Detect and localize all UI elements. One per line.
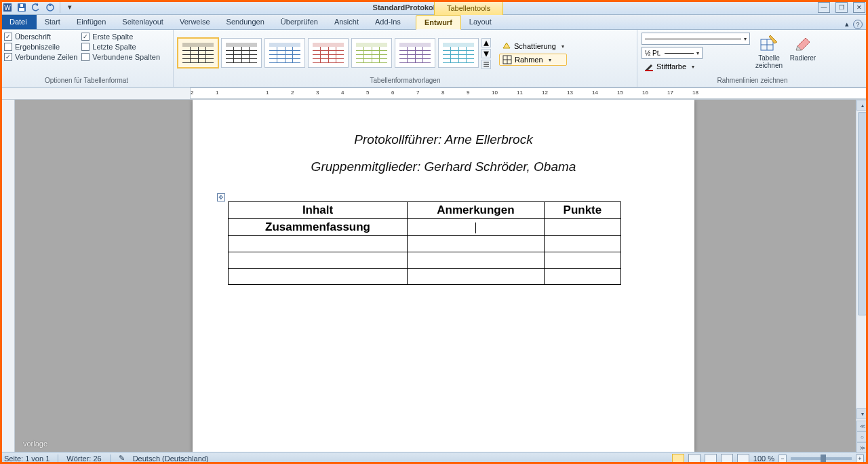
tab-sendungen[interactable]: Sendungen (218, 14, 273, 29)
zoom-level[interactable]: 100 % (753, 455, 774, 463)
shading-button[interactable]: Schattierung▾ (499, 41, 567, 52)
close-button[interactable]: ✕ (853, 2, 865, 13)
table-style-thumb[interactable] (438, 38, 479, 68)
zoom-thumb[interactable] (821, 455, 826, 463)
tab-file[interactable]: Datei (0, 14, 37, 29)
view-fullscreen-icon[interactable] (688, 454, 701, 463)
table-style-thumb[interactable] (308, 38, 349, 68)
table-cell[interactable] (544, 236, 620, 252)
status-language[interactable]: Deutsch (Deutschland) (133, 455, 209, 463)
group-label-options: Optionen für Tabellenformat (0, 77, 173, 87)
status-page[interactable]: Seite: 1 von 1 (4, 455, 50, 463)
table-row: Zusammenfassung (229, 219, 621, 236)
line-style-dropdown[interactable]: ▾ (642, 33, 750, 45)
next-page-icon[interactable]: ≫ (856, 442, 868, 453)
status-bar: Seite: 1 von 1 Wörter: 26 ✎ Deutsch (Deu… (0, 452, 868, 464)
view-draft-icon[interactable] (737, 454, 749, 463)
table-cell[interactable] (408, 269, 545, 285)
tab-seitenlayout[interactable]: Seitenlayout (114, 14, 172, 29)
table-cell[interactable]: Zusammenfassung (229, 219, 408, 236)
check-letzte-spalte[interactable]: Letzte Spalte (81, 43, 160, 51)
gallery-more-icon[interactable]: ≡ (481, 60, 491, 69)
table-header[interactable]: Punkte (544, 202, 620, 219)
document-table[interactable]: Inhalt Anmerkungen Punkte Zusammenfassun… (228, 201, 621, 285)
minimize-button[interactable]: — (818, 2, 830, 13)
view-print-layout-icon[interactable] (672, 454, 684, 463)
scroll-up-icon[interactable]: ▴ (856, 100, 868, 111)
ribbon: ✓Überschrift Ergebniszeile ✓Verbundene Z… (0, 30, 868, 88)
watermark-text: vorlage (23, 440, 47, 448)
save-icon[interactable] (16, 1, 28, 14)
scroll-thumb[interactable] (858, 112, 867, 315)
word-app-icon[interactable]: W (1, 1, 14, 14)
pen-color-button[interactable]: Stiftfarbe▾ (642, 61, 750, 72)
text-cursor-icon (475, 223, 476, 233)
redo-icon[interactable] (44, 1, 56, 14)
check-erste-spalte[interactable]: ✓Erste Spalte (81, 33, 160, 41)
tab-addins[interactable]: Add-Ins (367, 14, 409, 29)
zoom-out-icon[interactable]: − (778, 455, 787, 463)
table-style-thumb[interactable] (178, 38, 218, 68)
table-cell[interactable] (229, 269, 408, 285)
check-verbundene-spalten[interactable]: Verbundene Spalten (81, 53, 160, 61)
table-cell[interactable] (229, 236, 408, 252)
ribbon-tabstrip: Datei Start Einfügen Seitenlayout Verwei… (0, 15, 868, 30)
help-icon[interactable]: ? (853, 20, 863, 29)
draw-table-button[interactable]: Tabelle zeichnen (754, 33, 784, 69)
undo-icon[interactable] (30, 1, 42, 14)
tab-entwurf[interactable]: Entwurf (416, 15, 461, 30)
svg-text:W: W (4, 4, 11, 12)
table-cell[interactable] (544, 269, 620, 285)
ruler-vertical[interactable] (0, 100, 15, 452)
qat-customize-icon[interactable]: ▾ (64, 1, 76, 14)
doc-line-2[interactable]: Gruppenmitglieder: Gerhard Schröder, Oba… (233, 159, 654, 174)
table-style-thumb[interactable] (264, 38, 305, 68)
svg-rect-3 (19, 8, 24, 11)
status-proofing-icon[interactable]: ✎ (119, 454, 125, 463)
browse-object-icon[interactable]: ○ (856, 431, 868, 442)
ribbon-minimize-icon[interactable]: ▴ (845, 20, 849, 29)
tab-layout[interactable]: Layout (461, 14, 500, 29)
scroll-down-icon[interactable]: ▾ (856, 408, 868, 419)
tab-start[interactable]: Start (37, 14, 68, 29)
gallery-scroll-down-icon[interactable]: ▾ (481, 49, 491, 58)
table-cell[interactable] (229, 252, 408, 269)
eraser-button[interactable]: Radierer (788, 33, 818, 62)
gallery-scroll-up-icon[interactable]: ▴ (481, 38, 491, 47)
scrollbar-vertical[interactable]: ▴ ▾ ≪ ○ ≫ (856, 100, 868, 452)
check-verbundene-zeilen[interactable]: ✓Verbundene Zeilen (4, 53, 77, 61)
tab-verweise[interactable]: Verweise (172, 14, 218, 29)
zoom-in-icon[interactable]: + (856, 455, 864, 463)
table-style-thumb[interactable] (221, 38, 262, 68)
view-web-icon[interactable] (705, 454, 717, 463)
tab-einfuegen[interactable]: Einfügen (68, 14, 114, 29)
table-row (229, 269, 621, 285)
table-cell[interactable] (408, 236, 545, 252)
table-style-thumb[interactable] (351, 38, 392, 68)
borders-button[interactable]: Rahmen▾ (499, 54, 567, 66)
restore-button[interactable]: ❐ (835, 2, 848, 13)
check-ueberschrift[interactable]: ✓Überschrift (4, 33, 77, 41)
table-style-thumb[interactable] (395, 38, 435, 68)
table-header[interactable]: Inhalt (229, 202, 408, 219)
table-row (229, 252, 621, 269)
table-header[interactable]: Anmerkungen (408, 202, 545, 219)
document-canvas[interactable]: Protokollführer: Arne Ellerbrock Gruppen… (15, 100, 856, 452)
doc-line-1[interactable]: Protokollführer: Arne Ellerbrock (233, 132, 654, 147)
prev-page-icon[interactable]: ≪ (856, 421, 868, 431)
table-styles-gallery[interactable]: ▴ ▾ ≡ (178, 38, 491, 69)
tab-ueberpruefen[interactable]: Überprüfen (273, 14, 326, 29)
ruler-horizontal[interactable]: 21123456789101112131415161718 (0, 88, 868, 100)
zoom-slider[interactable] (791, 457, 852, 460)
table-cell[interactable] (544, 252, 620, 269)
table-cell[interactable] (408, 252, 545, 269)
view-outline-icon[interactable] (721, 454, 733, 463)
table-cell[interactable] (544, 219, 620, 236)
tab-ansicht[interactable]: Ansicht (326, 14, 367, 29)
status-words[interactable]: Wörter: 26 (66, 455, 101, 463)
table-row (229, 236, 621, 252)
line-weight-dropdown[interactable]: ½ Pt.▾ (642, 47, 703, 59)
table-move-handle-icon[interactable]: ✥ (217, 193, 225, 201)
table-cell[interactable] (408, 219, 545, 236)
check-ergebniszeile[interactable]: Ergebniszeile (4, 43, 77, 51)
